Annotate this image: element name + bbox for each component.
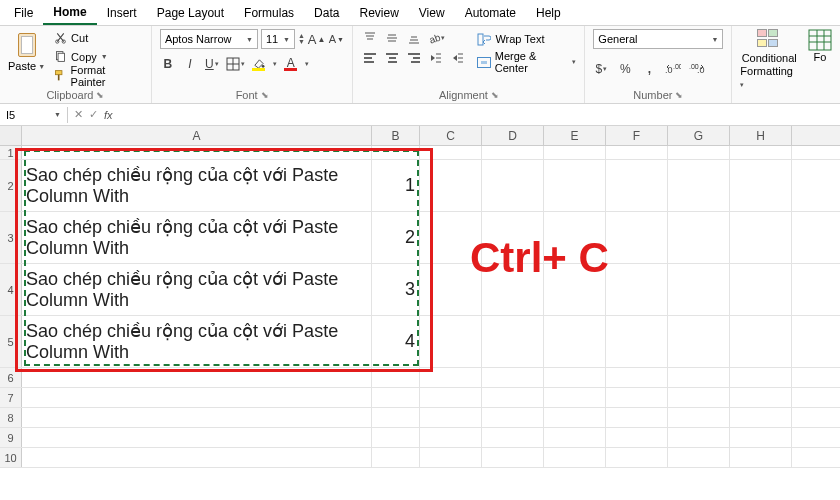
decrease-indent-button[interactable]	[427, 49, 445, 67]
cell-A7[interactable]	[22, 388, 372, 407]
font-color-button[interactable]: A	[283, 55, 299, 73]
cell-E10[interactable]	[544, 448, 606, 467]
cell-B7[interactable]	[372, 388, 420, 407]
cell-F10[interactable]	[606, 448, 668, 467]
cell-B6[interactable]	[372, 368, 420, 387]
cell-B4[interactable]: 3	[372, 264, 420, 315]
cell-C1[interactable]	[420, 146, 482, 159]
cell-B1[interactable]	[372, 146, 420, 159]
cell-G6[interactable]	[668, 368, 730, 387]
dialog-launcher-icon[interactable]: ⬊	[96, 90, 104, 100]
row-header-7[interactable]: 7	[0, 388, 22, 407]
cell-A10[interactable]	[22, 448, 372, 467]
cell-D5[interactable]	[482, 316, 544, 367]
cell-F8[interactable]	[606, 408, 668, 427]
cell-D7[interactable]	[482, 388, 544, 407]
cell-B8[interactable]	[372, 408, 420, 427]
cell-B10[interactable]	[372, 448, 420, 467]
cell-F4[interactable]	[606, 264, 668, 315]
increase-decimal-button[interactable]: .0.00	[665, 60, 681, 78]
cell-E2[interactable]	[544, 160, 606, 211]
row-header-3[interactable]: 3	[0, 212, 22, 263]
name-box[interactable]: I5▼	[0, 107, 68, 123]
format-as-table-button[interactable]: Fo	[808, 29, 832, 63]
cell-D8[interactable]	[482, 408, 544, 427]
cell-C9[interactable]	[420, 428, 482, 447]
cell-F9[interactable]	[606, 428, 668, 447]
col-header-H[interactable]: H	[730, 126, 792, 145]
cell-H7[interactable]	[730, 388, 792, 407]
font-size-combo[interactable]: 11▼	[261, 29, 295, 49]
row-header-9[interactable]: 9	[0, 428, 22, 447]
fx-icon[interactable]: fx	[104, 109, 113, 121]
menu-file[interactable]: File	[4, 2, 43, 24]
row-header-1[interactable]: 1	[0, 146, 22, 159]
format-painter-button[interactable]: Format Painter	[51, 67, 143, 84]
col-header-A[interactable]: A	[22, 126, 372, 145]
cell-E1[interactable]	[544, 146, 606, 159]
align-right-button[interactable]	[405, 49, 423, 67]
cell-G8[interactable]	[668, 408, 730, 427]
cell-A5[interactable]: Sao chép chiều rộng của cột với Paste Co…	[22, 316, 372, 367]
chevron-down-icon[interactable]: ▾	[305, 60, 309, 68]
cell-A8[interactable]	[22, 408, 372, 427]
cancel-formula-icon[interactable]: ✕	[74, 108, 83, 121]
dialog-launcher-icon[interactable]: ⬊	[261, 90, 269, 100]
cell-G2[interactable]	[668, 160, 730, 211]
increase-font-button[interactable]: A▲	[308, 30, 326, 48]
cell-F5[interactable]	[606, 316, 668, 367]
increase-indent-button[interactable]	[449, 49, 467, 67]
cell-A6[interactable]	[22, 368, 372, 387]
cell-D10[interactable]	[482, 448, 544, 467]
menu-insert[interactable]: Insert	[97, 2, 147, 24]
col-header-B[interactable]: B	[372, 126, 420, 145]
cell-G7[interactable]	[668, 388, 730, 407]
cell-A3[interactable]: Sao chép chiều rộng của cột với Paste Co…	[22, 212, 372, 263]
menu-page-layout[interactable]: Page Layout	[147, 2, 234, 24]
cell-H2[interactable]	[730, 160, 792, 211]
row-header-5[interactable]: 5	[0, 316, 22, 367]
cell-H10[interactable]	[730, 448, 792, 467]
cell-D1[interactable]	[482, 146, 544, 159]
orientation-button[interactable]: ab▾	[427, 29, 445, 47]
row-header-8[interactable]: 8	[0, 408, 22, 427]
align-bottom-button[interactable]	[405, 29, 423, 47]
cell-H4[interactable]	[730, 264, 792, 315]
accept-formula-icon[interactable]: ✓	[89, 108, 98, 121]
cell-G9[interactable]	[668, 428, 730, 447]
cell-E6[interactable]	[544, 368, 606, 387]
select-all-corner[interactable]	[0, 126, 22, 145]
cell-B2[interactable]: 1	[372, 160, 420, 211]
align-top-button[interactable]	[361, 29, 379, 47]
cell-F6[interactable]	[606, 368, 668, 387]
cell-D9[interactable]	[482, 428, 544, 447]
font-name-combo[interactable]: Aptos Narrow▼	[160, 29, 258, 49]
decrease-decimal-button[interactable]: .00.0	[689, 60, 705, 78]
cell-G1[interactable]	[668, 146, 730, 159]
italic-button[interactable]: I	[182, 55, 198, 73]
cell-H5[interactable]	[730, 316, 792, 367]
cell-G3[interactable]	[668, 212, 730, 263]
cell-D2[interactable]	[482, 160, 544, 211]
cell-G5[interactable]	[668, 316, 730, 367]
dialog-launcher-icon[interactable]: ⬊	[491, 90, 499, 100]
cell-B3[interactable]: 2	[372, 212, 420, 263]
menu-help[interactable]: Help	[526, 2, 571, 24]
dialog-launcher-icon[interactable]: ⬊	[675, 90, 683, 100]
row-header-2[interactable]: 2	[0, 160, 22, 211]
cell-D6[interactable]	[482, 368, 544, 387]
cell-A4[interactable]: Sao chép chiều rộng của cột với Paste Co…	[22, 264, 372, 315]
cell-E5[interactable]	[544, 316, 606, 367]
formula-input[interactable]	[119, 105, 840, 125]
merge-center-button[interactable]: Merge & Center ▾	[477, 52, 576, 72]
menu-formulas[interactable]: Formulas	[234, 2, 304, 24]
row-header-4[interactable]: 4	[0, 264, 22, 315]
cell-H9[interactable]	[730, 428, 792, 447]
col-header-G[interactable]: G	[668, 126, 730, 145]
cell-C5[interactable]	[420, 316, 482, 367]
col-header-C[interactable]: C	[420, 126, 482, 145]
cell-E8[interactable]	[544, 408, 606, 427]
row-header-6[interactable]: 6	[0, 368, 22, 387]
comma-format-button[interactable]: ,	[641, 60, 657, 78]
underline-button[interactable]: U▾	[204, 55, 220, 73]
